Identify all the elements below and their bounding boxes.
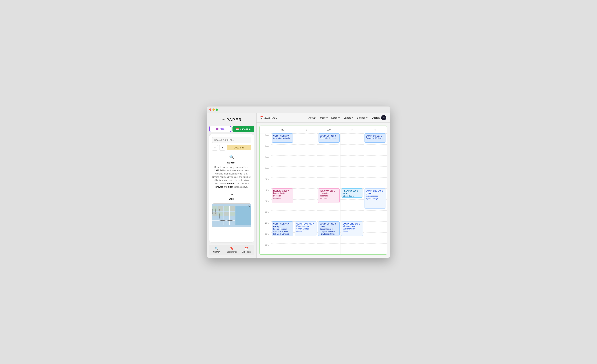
- event-title: Microprocessor System Design: [366, 195, 385, 200]
- app-body: ✈ PAPER 🟣 Plan 📅 Schedule: [207, 113, 390, 258]
- settings-link[interactable]: Settings ⚙: [357, 116, 368, 119]
- event-course: RELIGION 210-0 (DIS): [343, 190, 361, 195]
- hour-line: [271, 210, 294, 211]
- time-header-empty: [260, 126, 271, 133]
- export-link[interactable]: Export ↗: [344, 116, 353, 119]
- add-arrow-icon: →: [230, 193, 233, 196]
- calendar-body: 8 AM9 AM10 AM11 AM12 PM1 PM2 PM3 PM4 PM5…: [260, 133, 387, 254]
- map-thumbnail[interactable]: Ridge Avenue Sherman Road ⤡: [212, 203, 251, 227]
- semester-title: 2023 FALL: [264, 116, 277, 119]
- event-title: Introduction to Buddhism: [343, 195, 361, 197]
- time-label: 5 PM: [260, 232, 271, 243]
- minimize-button[interactable]: [212, 108, 215, 111]
- about-link[interactable]: About ℹ: [308, 116, 316, 119]
- semester-badge[interactable]: 2023 Fall: [227, 145, 251, 150]
- event-block[interactable]: COMP_SCI 327-0Generative Methods: [272, 133, 293, 143]
- event-block[interactable]: RELIGION 210-0 (DIS)Introduction to Budd…: [341, 188, 363, 198]
- time-label: 2 PM: [260, 199, 271, 210]
- event-block[interactable]: COMP_ENG 346-0 (LAB)Microprocessor Syste…: [364, 188, 386, 209]
- main-content: 📅 2023 FALL About ℹ Map 🗺 Notes ✏: [257, 113, 390, 258]
- hour-line: [340, 210, 363, 211]
- search-input[interactable]: [212, 137, 251, 143]
- event-block[interactable]: COMP_SCI 396-0 (SEM)Special Topics in Co…: [272, 221, 293, 236]
- menu-icon: ≡: [214, 146, 216, 149]
- add-section[interactable]: → Add: [212, 191, 251, 201]
- calendar: Mo Tu We Th Fr 8 AM9 AM10 AM11 AM12 PM1 …: [259, 125, 387, 255]
- event-block[interactable]: COMP_ENG 346-0Microprocessor System Desi…: [341, 221, 363, 236]
- search-nav-icon: 🔍: [215, 247, 219, 250]
- event-block[interactable]: COMP_SCI 327-0Generative Methods: [364, 133, 386, 143]
- event-instructor: Ghena: [343, 230, 361, 233]
- hour-line: [317, 210, 340, 211]
- notes-link[interactable]: Notes ✏: [331, 116, 340, 119]
- schedule-button[interactable]: 📅 Schedule: [233, 126, 254, 132]
- notes-icon: ✏: [338, 116, 340, 119]
- filter-button[interactable]: ▾: [219, 145, 225, 151]
- add-label: Add: [229, 197, 234, 200]
- event-block[interactable]: COMP_SCI 327-0Generative Methods: [318, 133, 340, 143]
- day-col-th: RELIGION 210-0 (DIS)Introduction to Budd…: [340, 133, 363, 254]
- event-course: COMP_ENG 346-0: [343, 223, 361, 225]
- calendar-wrapper: Mo Tu We Th Fr 8 AM9 AM10 AM11 AM12 PM1 …: [257, 123, 390, 258]
- hour-line: [364, 243, 387, 244]
- event-course: COMP_ENG 346-0: [296, 223, 315, 225]
- header-semester: 📅 2023 FALL: [260, 116, 277, 119]
- map-label: Map: [320, 116, 324, 119]
- day-header-fr: Fr: [364, 126, 387, 133]
- event-block[interactable]: COMP_ENG 346-0Microprocessor System Desi…: [295, 221, 316, 236]
- map-expand-button[interactable]: ⤡: [248, 205, 250, 207]
- app-name: PAPER: [226, 117, 242, 122]
- time-column: 8 AM9 AM10 AM11 AM12 PM1 PM2 PM3 PM4 PM5…: [260, 133, 271, 254]
- day-col-fr: COMP_SCI 327-0Generative MethodsCOMP_ENG…: [364, 133, 387, 254]
- event-title: Generative Methods: [366, 137, 385, 140]
- nav-schedules[interactable]: 📅 Schedules: [239, 245, 254, 255]
- schedules-nav-icon: 📅: [245, 247, 248, 250]
- hour-line: [294, 210, 317, 211]
- nav-bookmarks[interactable]: 🔖 Bookmarks: [224, 245, 239, 255]
- hour-line: [364, 166, 387, 167]
- event-course: COMP_SCI 396-0 (SEM): [320, 223, 338, 228]
- schedule-icon: 📅: [236, 128, 239, 130]
- hour-line: [364, 210, 387, 211]
- event-title: Special Topics in Computer Science: Full…: [320, 228, 338, 236]
- day-col-we: COMP_SCI 327-0Generative MethodsRELIGION…: [317, 133, 340, 254]
- nav-search[interactable]: 🔍 Search: [209, 245, 224, 255]
- hour-line: [271, 155, 294, 156]
- event-title: Generative Methods: [273, 137, 292, 140]
- day-header-we: We: [317, 126, 340, 133]
- day-header-tu: Tu: [294, 126, 317, 133]
- days-grid: COMP_SCI 327-0Generative MethodsRELIGION…: [271, 133, 387, 254]
- map-link[interactable]: Map 🗺: [320, 116, 328, 119]
- settings-label: Settings: [357, 116, 365, 119]
- app-window: ✈ PAPER 🟣 Plan 📅 Schedule: [207, 106, 390, 258]
- time-label: 3 PM: [260, 210, 271, 221]
- header-nav: About ℹ Map 🗺 Notes ✏ Export ↗: [308, 115, 386, 120]
- time-label: 12 PM: [260, 178, 271, 188]
- filter-icon: ▾: [222, 146, 223, 149]
- time-label: 8 AM: [260, 133, 271, 144]
- hour-line: [364, 221, 387, 222]
- hour-line: [294, 188, 317, 189]
- event-block[interactable]: COMP_SCI 396-0 (SEM)Special Topics in Co…: [318, 221, 340, 236]
- hour-line: [294, 199, 317, 200]
- bottom-nav: 🔍 Search 🔖 Bookmarks 📅 Schedules: [209, 245, 254, 255]
- menu-button[interactable]: ≡: [212, 145, 218, 151]
- event-block[interactable]: RELIGION 210-0Introduction to BuddhismBu…: [272, 188, 293, 203]
- svg-rect-14: [218, 212, 223, 216]
- close-button[interactable]: [209, 108, 212, 111]
- svg-rect-16: [230, 212, 235, 216]
- maximize-button[interactable]: [216, 108, 218, 111]
- search-wrapper: [212, 137, 251, 143]
- event-instructor: Ghena: [296, 230, 315, 233]
- plan-button[interactable]: 🟣 Plan: [209, 126, 231, 132]
- svg-rect-1: [235, 206, 251, 225]
- nav-search-label: Search: [213, 251, 220, 253]
- svg-text:Sherman Road: Sherman Road: [215, 208, 216, 214]
- day-header-mo: Mo: [271, 126, 294, 133]
- event-block[interactable]: RELIGION 210-0Introduction to BuddhismBu…: [318, 188, 340, 203]
- time-label: 1 PM: [260, 188, 271, 199]
- about-label: About: [308, 116, 315, 119]
- sidebar-card: ≡ ▾ 2023 Fall 🔍 Search Search across eve…: [209, 134, 254, 242]
- notes-label: Notes: [331, 116, 338, 119]
- event-course: COMP_ENG 346-0 (LAB): [366, 190, 385, 195]
